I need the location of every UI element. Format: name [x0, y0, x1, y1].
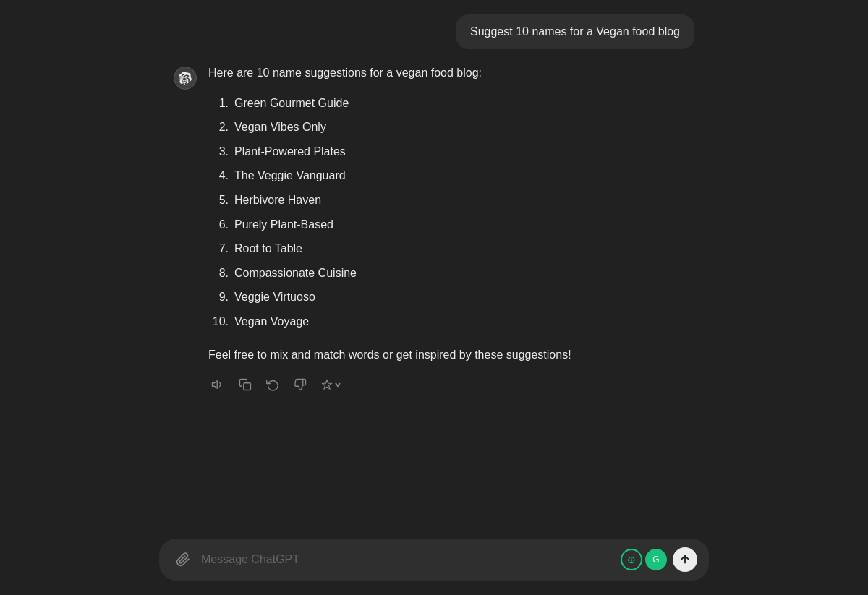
suggestions-list: 1. Green Gourmet Guide 2. Vegan Vibes On…	[208, 91, 694, 334]
speak-button[interactable]	[208, 375, 227, 394]
list-text: Root to Table	[234, 239, 302, 258]
list-text: Herbivore Haven	[234, 191, 321, 210]
search-icon-circle[interactable]: ⊕	[621, 549, 642, 570]
list-number: 7.	[208, 239, 229, 258]
list-text: Green Gourmet Guide	[234, 94, 349, 113]
list-item: 4. The Veggie Vanguard	[208, 163, 694, 188]
copy-icon	[239, 378, 252, 391]
list-number: 2.	[208, 118, 229, 137]
list-text: Vegan Vibes Only	[234, 118, 326, 137]
list-text: Plant-Powered Plates	[234, 142, 346, 161]
list-number: 1.	[208, 94, 229, 113]
list-text: Purely Plant-Based	[234, 215, 333, 234]
user-message-wrapper: Suggest 10 names for a Vegan food blog	[174, 14, 694, 49]
list-item: 8. Compassionate Cuisine	[208, 261, 694, 286]
assistant-avatar	[174, 67, 197, 90]
list-item: 2. Vegan Vibes Only	[208, 115, 694, 140]
send-icon	[678, 553, 692, 566]
input-right-icons: ⊕ G	[621, 547, 697, 572]
thumbs-down-button[interactable]	[291, 375, 310, 394]
list-number: 4.	[208, 166, 229, 185]
sparkle-icon	[321, 379, 333, 390]
list-item: 1. Green Gourmet Guide	[208, 91, 694, 116]
assistant-footer: Feel free to mix and match words or get …	[208, 346, 694, 364]
list-number: 9.	[208, 288, 229, 307]
message-input[interactable]	[201, 553, 615, 566]
chevron-down-icon	[334, 381, 341, 388]
user-message-bubble: Suggest 10 names for a Vegan food blog	[456, 14, 694, 49]
input-area: ⊕ G	[0, 530, 868, 595]
list-item: 9. Veggie Virtuoso	[208, 285, 694, 309]
list-text: Vegan Voyage	[234, 312, 309, 331]
thumbs-down-icon	[294, 378, 307, 391]
list-text: The Veggie Vanguard	[234, 166, 346, 185]
submit-button[interactable]	[673, 547, 697, 572]
tool-icon-circle[interactable]: G	[645, 549, 667, 570]
list-number: 5.	[208, 191, 229, 210]
list-number: 6.	[208, 215, 229, 234]
copy-button[interactable]	[236, 375, 255, 394]
list-item: 5. Herbivore Haven	[208, 188, 694, 213]
chatgpt-logo-icon	[179, 72, 192, 85]
list-item: 10. Vegan Voyage	[208, 309, 694, 334]
list-item: 6. Purely Plant-Based	[208, 213, 694, 237]
list-text: Compassionate Cuisine	[234, 264, 357, 283]
list-number: 8.	[208, 264, 229, 283]
assistant-message-wrapper: Here are 10 name suggestions for a vegan…	[174, 64, 694, 394]
user-message-text: Suggest 10 names for a Vegan food blog	[470, 25, 680, 38]
list-number: 3.	[208, 142, 229, 161]
main-content: Suggest 10 names for a Vegan food blog H…	[0, 0, 868, 530]
regenerate-icon	[266, 378, 279, 391]
svg-rect-0	[244, 383, 251, 390]
list-item: 7. Root to Table	[208, 236, 694, 261]
conversation-container: Suggest 10 names for a Vegan food blog H…	[159, 14, 709, 394]
tool-icons: ⊕ G	[621, 549, 667, 570]
list-text: Veggie Virtuoso	[234, 288, 315, 307]
assistant-intro: Here are 10 name suggestions for a vegan…	[208, 64, 694, 82]
speaker-icon	[211, 378, 224, 391]
regenerate-button[interactable]	[263, 375, 282, 394]
input-container: ⊕ G	[159, 539, 709, 581]
action-icons	[208, 375, 694, 394]
assistant-content: Here are 10 name suggestions for a vegan…	[208, 64, 694, 394]
list-item: 3. Plant-Powered Plates	[208, 140, 694, 164]
attach-button[interactable]	[171, 547, 195, 572]
list-number: 10.	[208, 312, 229, 331]
sparkle-button[interactable]	[318, 376, 344, 393]
paperclip-icon	[176, 552, 190, 567]
